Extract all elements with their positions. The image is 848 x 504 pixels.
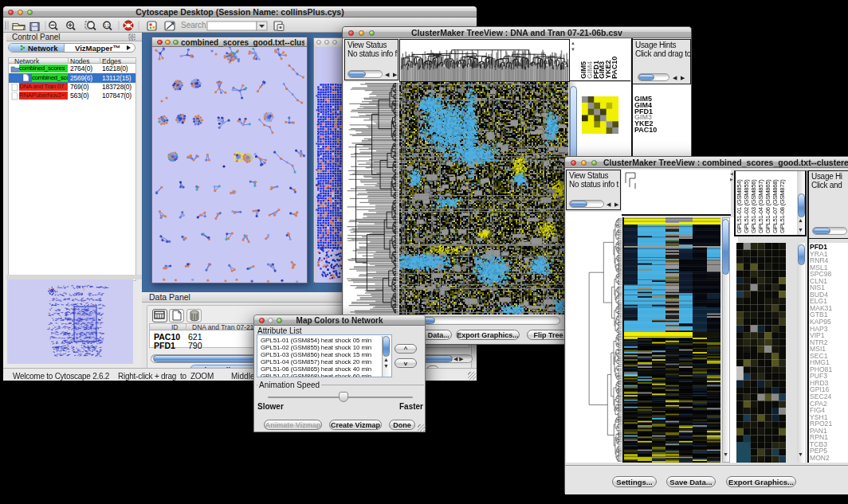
svg-text:1:1: 1:1 xyxy=(104,24,110,28)
svg-text:Search:: Search: xyxy=(181,21,208,29)
